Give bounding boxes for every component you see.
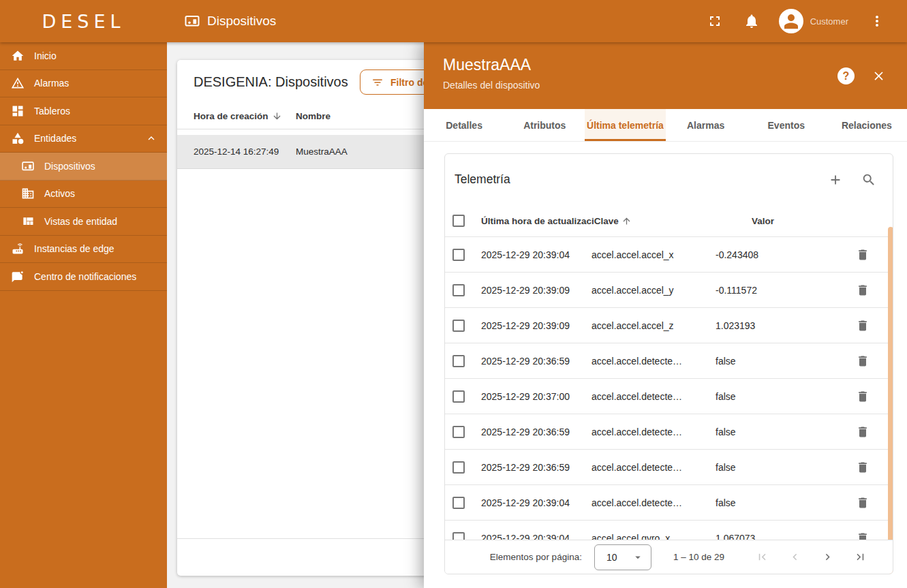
telemetry-card-header: Telemetría xyxy=(445,154,893,205)
telemetry-time: 2025-12-29 20:36:59 xyxy=(481,427,591,437)
entity-views-icon xyxy=(21,215,35,228)
sidebar-item-label: Alarmas xyxy=(34,78,69,89)
sidebar-item-vistas-de-entidad[interactable]: Vistas de entidad xyxy=(0,208,167,236)
drawer-title: MuestraAAA xyxy=(443,56,907,74)
scrollbar-thumb[interactable] xyxy=(888,227,893,574)
device-details-drawer: MuestraAAA Detalles del dispositivo ? De… xyxy=(424,42,907,588)
page-range-label: 1 – 10 de 29 xyxy=(673,552,724,562)
filter-button-label: Filtro de xyxy=(390,77,428,88)
telemetry-row[interactable]: 2025-12-29 20:39:04 accel.accel.detecte…… xyxy=(445,485,893,521)
column-header-name[interactable]: Nombre xyxy=(296,111,330,121)
telemetry-value: false xyxy=(716,462,856,473)
telemetry-row[interactable]: 2025-12-29 20:36:59 accel.accel.detecte…… xyxy=(445,343,893,379)
page-title-label: Dispositivos xyxy=(207,14,276,29)
telemetry-key: accel.accel.detecte… xyxy=(591,462,716,473)
devices-icon xyxy=(21,159,35,173)
column-header-value[interactable]: Valor xyxy=(752,216,774,226)
row-checkbox[interactable] xyxy=(452,497,465,509)
row-checkbox[interactable] xyxy=(452,355,465,367)
user-name[interactable]: Customer xyxy=(810,16,848,27)
sidebar-item-entidades[interactable]: Entidades xyxy=(0,125,167,153)
telemetry-value: -0.111572 xyxy=(716,285,856,296)
add-telemetry-icon[interactable] xyxy=(828,172,843,187)
help-icon[interactable]: ? xyxy=(837,67,855,84)
notification-center-icon xyxy=(11,270,25,283)
search-icon[interactable] xyxy=(861,172,876,187)
telemetry-header-row: Última hora de actualizaci Clave Valor xyxy=(481,216,893,226)
delete-icon[interactable] xyxy=(856,283,870,297)
telemetry-time: 2025-12-29 20:39:04 xyxy=(481,497,591,508)
delete-icon[interactable] xyxy=(856,496,870,510)
row-checkbox[interactable] xyxy=(452,320,465,332)
alarms-icon xyxy=(11,76,25,90)
delete-icon[interactable] xyxy=(856,390,870,403)
sidebar-item-activos[interactable]: Activos xyxy=(0,181,167,208)
delete-icon[interactable] xyxy=(856,425,870,439)
telemetry-value: false xyxy=(716,356,856,367)
tab-atributos[interactable]: Atributos xyxy=(504,109,585,141)
device-name: MuestraAAA xyxy=(296,146,348,157)
sidebar-item-inicio[interactable]: Inicio xyxy=(0,42,167,70)
last-page-button[interactable] xyxy=(854,551,867,563)
telemetry-row[interactable]: 2025-12-29 20:39:09 accel.accel.accel_y … xyxy=(445,273,893,308)
delete-icon[interactable] xyxy=(856,354,870,368)
column-header-key[interactable]: Clave xyxy=(594,216,632,226)
sidebar-item-label: Entidades xyxy=(34,133,76,144)
telemetry-rows: 2025-12-29 20:39:04 accel.accel.accel_x … xyxy=(445,236,893,541)
user-avatar[interactable] xyxy=(779,9,803,33)
delete-icon[interactable] xyxy=(856,248,870,262)
select-all-checkbox[interactable] xyxy=(452,215,465,227)
telemetry-key: accel.accel.detecte… xyxy=(591,356,716,367)
telemetry-key: accel.accel.detecte… xyxy=(591,427,716,437)
telemetry-row[interactable]: 2025-12-29 20:39:04 accel.accel.accel_x … xyxy=(445,237,893,273)
telemetry-actions xyxy=(828,172,876,187)
sidebar-item-dispositivos[interactable]: Dispositivos xyxy=(0,153,167,181)
delete-icon[interactable] xyxy=(856,461,870,474)
sidebar-item-instancias-de-edge[interactable]: Instancias de edge xyxy=(0,236,167,264)
tab-alarmas[interactable]: Alarmas xyxy=(666,109,746,141)
telemetry-time: 2025-12-29 20:39:09 xyxy=(481,285,591,296)
sidebar-item-label: Activos xyxy=(44,188,75,199)
delete-icon[interactable] xyxy=(856,319,870,332)
row-checkbox[interactable] xyxy=(452,390,465,403)
sidebar-item-tableros[interactable]: Tableros xyxy=(0,97,167,125)
close-icon[interactable] xyxy=(872,69,886,83)
telemetry-row[interactable]: 2025-12-29 20:39:04 accel.accel.gyro_x 1… xyxy=(445,521,893,541)
sidebar-item-label: Dispositivos xyxy=(44,161,95,172)
telemetry-column-headers: Última hora de actualizaci Clave Valor xyxy=(445,205,893,236)
row-checkbox[interactable] xyxy=(452,461,465,474)
row-checkbox[interactable] xyxy=(452,249,465,261)
telemetry-time: 2025-12-29 20:39:09 xyxy=(481,320,591,331)
fullscreen-icon[interactable] xyxy=(707,13,723,29)
telemetry-row[interactable]: 2025-12-29 20:39:09 accel.accel.accel_z … xyxy=(445,308,893,343)
sidebar: Inicio Alarmas Tableros Entidades Dispos… xyxy=(0,42,167,588)
items-per-page-label: Elementos por página: xyxy=(490,552,582,562)
sidebar-item-centro-de-notificaciones[interactable]: Centro de notificaciones xyxy=(0,263,167,291)
telemetry-value: false xyxy=(716,427,856,437)
telemetry-time: 2025-12-29 20:36:59 xyxy=(481,356,591,367)
tab-relaciones[interactable]: Relaciones xyxy=(827,109,907,141)
more-vert-icon[interactable] xyxy=(869,13,885,29)
page-size-select[interactable]: 10 xyxy=(594,544,651,570)
tab-detalles[interactable]: Detalles xyxy=(424,109,504,141)
next-page-button[interactable] xyxy=(821,551,834,563)
column-header-last-update[interactable]: Última hora de actualizaci xyxy=(481,216,594,226)
first-page-button[interactable] xyxy=(756,551,769,563)
row-checkbox[interactable] xyxy=(452,284,465,296)
column-header-created[interactable]: Hora de creación xyxy=(194,111,296,121)
sidebar-item-label: Instancias de edge xyxy=(34,243,114,254)
previous-page-button[interactable] xyxy=(788,551,801,563)
sidebar-item-alarmas[interactable]: Alarmas xyxy=(0,70,167,98)
telemetry-row[interactable]: 2025-12-29 20:36:59 accel.accel.detecte…… xyxy=(445,450,893,485)
logo-box: DESEL xyxy=(0,11,167,32)
telemetry-row[interactable]: 2025-12-29 20:37:00 accel.accel.detecte…… xyxy=(445,379,893,414)
telemetry-row[interactable]: 2025-12-29 20:36:59 accel.accel.detecte…… xyxy=(445,414,893,450)
notifications-bell-icon[interactable] xyxy=(743,13,760,29)
column-label: Clave xyxy=(594,216,619,226)
tab-eventos[interactable]: Eventos xyxy=(746,109,827,141)
app-logo[interactable]: DESEL xyxy=(42,11,125,32)
tab-ultima-telemetria[interactable]: Última telemetría xyxy=(585,109,665,141)
row-checkbox[interactable] xyxy=(452,426,465,438)
telemetry-time: 2025-12-29 20:39:04 xyxy=(481,249,591,260)
telemetry-key: accel.accel.accel_z xyxy=(591,320,716,331)
